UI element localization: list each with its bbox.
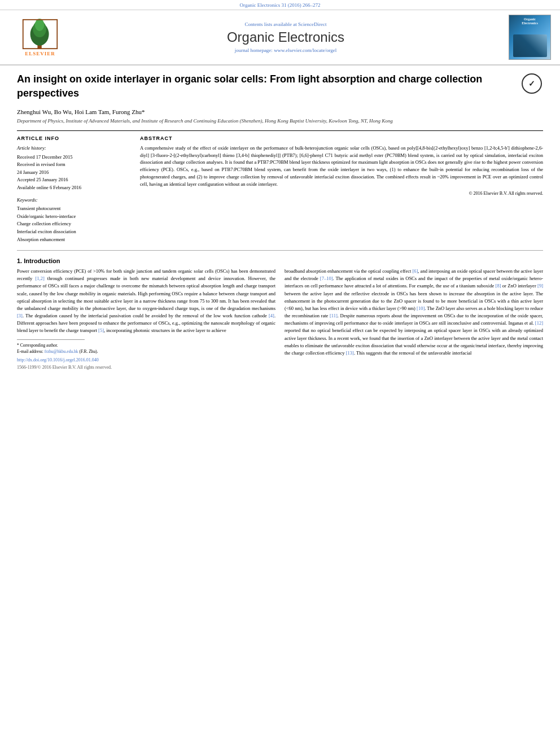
ref-4[interactable]: [4] <box>269 313 274 318</box>
cover-title: OrganicElectronics <box>522 18 538 25</box>
journal-header: ELSEVIER Contents lists available at Sci… <box>0 10 560 65</box>
section-divider <box>17 250 543 251</box>
keyword-1: Transient photocurrent <box>17 205 130 213</box>
ref-12[interactable]: [12] <box>535 320 543 326</box>
ref-11[interactable]: [11] <box>330 313 338 318</box>
elsevier-label: ELSEVIER <box>25 51 55 56</box>
abstract-text: A comprehensive study of the effect of o… <box>140 145 543 188</box>
homepage-url[interactable]: www.elsevier.com/locate/orgel <box>274 47 336 53</box>
ref-9[interactable]: [9] <box>537 283 543 289</box>
revised-date: 24 January 2016 <box>17 169 130 177</box>
history-label: Article history: <box>17 145 130 152</box>
journal-cover-section: OrganicElectronics <box>500 15 551 60</box>
keyword-5: Absorption enhancement <box>17 236 130 244</box>
article-title: An insight on oxide interlayer in organi… <box>17 72 515 101</box>
intro-heading: 1. Introduction <box>17 257 543 264</box>
doi-line[interactable]: http://dx.doi.org/10.1016/j.orgel.2016.0… <box>17 357 275 364</box>
issn-line: 1566-1199/© 2016 Elsevier B.V. All right… <box>17 364 275 371</box>
article-info-abstract: ARTICLE INFO Article history: Received 1… <box>17 130 543 243</box>
keywords-section: Keywords: Transient photocurrent Oxide/o… <box>17 196 130 244</box>
intro-col-left: Power conversion efficiency (PCE) of >10… <box>17 268 275 371</box>
abstract-label: ABSTRACT <box>140 136 543 141</box>
ref-3[interactable]: [3] <box>17 313 23 318</box>
science-direct-text: Contents lists available at ScienceDirec… <box>71 21 500 27</box>
keywords-label: Keywords: <box>17 196 130 204</box>
ref-1-2[interactable]: [1,2] <box>35 276 44 281</box>
journal-ref: Organic Electronics 31 (2016) 266–272 <box>240 2 321 8</box>
ref-7-10[interactable]: [7–10] <box>320 276 333 281</box>
email-link[interactable]: frzhu@hkbu.edu.hk <box>45 349 78 354</box>
ref-10[interactable]: [10] <box>417 305 425 311</box>
svg-point-3 <box>35 19 44 31</box>
crossmark-icon: ✓ <box>522 73 542 94</box>
authors-line: Zhenghui Wu, Bo Wu, Hoi Lam Tam, Furong … <box>17 108 543 115</box>
received-date: Received 17 December 2015 <box>17 154 130 161</box>
journal-title: Organic Electronics <box>71 29 500 45</box>
cover-graphic <box>513 34 547 57</box>
abstract-body: A comprehensive study of the effect of o… <box>140 145 543 187</box>
journal-cover-image: OrganicElectronics <box>509 15 551 60</box>
footnote-divider <box>17 339 85 340</box>
crossmark-badge[interactable]: ✓ <box>520 72 543 95</box>
corresponding-author-note: * Corresponding author. <box>17 342 275 348</box>
ref-8[interactable]: [8] <box>496 283 501 289</box>
keyword-4: Interfacial exciton dissociation <box>17 228 130 236</box>
ref-13[interactable]: [13] <box>346 350 354 356</box>
copyright-line: © 2016 Elsevier B.V. All rights reserved… <box>140 191 543 196</box>
article-info-column: ARTICLE INFO Article history: Received 1… <box>17 136 130 243</box>
science-direct-link[interactable]: ScienceDirect <box>298 21 326 27</box>
top-ref-bar: Organic Electronics 31 (2016) 266–272 <box>0 0 560 10</box>
ref-6[interactable]: [6] <box>412 268 418 274</box>
keyword-3: Charge collection efficiency <box>17 220 130 228</box>
received-revised-label: Received in revised form <box>17 161 130 169</box>
homepage-link: journal homepage: www.elsevier.com/locat… <box>71 47 500 53</box>
available-date: Available online 6 February 2016 <box>17 184 130 192</box>
intro-body-columns: Power conversion efficiency (PCE) of >10… <box>17 268 543 371</box>
affiliation: Department of Physics, Institute of Adva… <box>17 117 543 125</box>
footnote: * Corresponding author. E-mail address: … <box>17 342 275 355</box>
elsevier-tree-icon <box>20 19 60 50</box>
article-title-text: An insight on oxide interlayer in organi… <box>17 72 515 101</box>
article-info-label: ARTICLE INFO <box>17 136 130 141</box>
elsevier-logo-section: ELSEVIER <box>9 19 71 56</box>
ref-5[interactable]: [5] <box>98 327 104 333</box>
intro-para-1: Power conversion efficiency (PCE) of >10… <box>17 268 275 335</box>
article-title-section: An insight on oxide interlayer in organi… <box>17 72 543 104</box>
email-line: E-mail address: frzhu@hkbu.edu.hk (F.R. … <box>17 348 275 355</box>
article-history: Article history: Received 17 December 20… <box>17 145 130 192</box>
accepted-date: Accepted 25 January 2016 <box>17 176 130 184</box>
keyword-2: Oxide/organic hetero-interface <box>17 213 130 221</box>
article-content: An insight on oxide interlayer in organi… <box>0 65 560 378</box>
author-names: Zhenghui Wu, Bo Wu, Hoi Lam Tam, Furong … <box>17 108 145 115</box>
introduction-section: 1. Introduction Power conversion efficie… <box>17 257 543 371</box>
abstract-column: ABSTRACT A comprehensive study of the ef… <box>140 136 543 243</box>
intro-para-2: broadband absorption enhancement via the… <box>285 268 543 357</box>
header-center: Contents lists available at ScienceDirec… <box>71 21 500 53</box>
intro-col-right: broadband absorption enhancement via the… <box>285 268 543 371</box>
